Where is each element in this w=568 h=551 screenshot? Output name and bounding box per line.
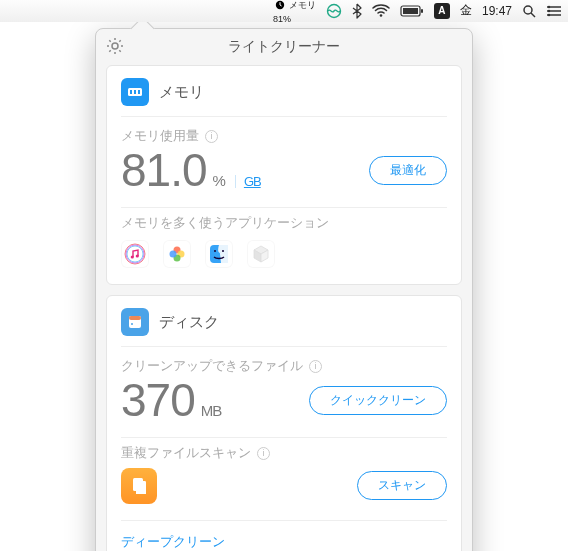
- memory-apps-label: メモリを多く使うアプリケーション: [121, 214, 329, 232]
- info-icon[interactable]: i: [309, 360, 322, 373]
- info-icon[interactable]: i: [257, 447, 270, 460]
- svg-point-31: [131, 255, 134, 258]
- memory-apps-row: [121, 234, 447, 270]
- svg-point-2: [380, 14, 383, 17]
- duplicate-section: 重複ファイルスキャン i スキャン: [107, 438, 461, 520]
- finder-icon[interactable]: [205, 240, 233, 268]
- popover-container: ライトクリーナー メモリ メモリ使用量 i 81.0 % GB: [95, 28, 473, 551]
- svg-line-20: [119, 50, 120, 51]
- light-cleaner-popover: ライトクリーナー メモリ メモリ使用量 i 81.0 % GB: [95, 28, 473, 551]
- svg-line-21: [109, 50, 110, 51]
- svg-line-22: [119, 40, 120, 41]
- scan-button[interactable]: スキャン: [357, 471, 447, 500]
- cleanable-value: 370 MB: [121, 377, 221, 423]
- memory-card: メモリ メモリ使用量 i 81.0 % GB 最適化: [106, 65, 462, 285]
- spotlight-icon[interactable]: [522, 4, 536, 18]
- svg-point-36: [170, 251, 177, 258]
- svg-rect-41: [129, 316, 141, 320]
- gb-toggle-link[interactable]: GB: [235, 175, 261, 188]
- memory-card-title: メモリ: [159, 83, 204, 102]
- svg-point-12: [548, 9, 550, 11]
- menubar-time[interactable]: 19:47: [482, 4, 512, 18]
- cleanable-label: クリーンアップできるファイル: [121, 357, 303, 375]
- svg-rect-24: [130, 90, 132, 94]
- svg-point-38: [214, 250, 216, 252]
- menubar-memory-percent: 81%: [273, 15, 291, 23]
- memory-value-unit: %: [213, 173, 225, 188]
- memory-value-number: 81.0: [121, 147, 207, 193]
- disk-icon: [121, 308, 149, 336]
- svg-point-13: [548, 13, 550, 15]
- photos-icon[interactable]: [163, 240, 191, 268]
- disk-cleanable-section: クリーンアップできるファイル i 370 MB クイッククリーン: [107, 347, 461, 437]
- bluetooth-icon[interactable]: [352, 3, 362, 19]
- menubar-memory-label: メモリ: [289, 1, 316, 9]
- menubar-day[interactable]: 金: [460, 2, 472, 19]
- duplicate-files-icon: [121, 468, 157, 504]
- popover-header: ライトクリーナー: [96, 29, 472, 65]
- svg-rect-5: [421, 9, 423, 13]
- wifi-icon[interactable]: [372, 4, 390, 18]
- svg-line-19: [109, 40, 110, 41]
- duplicate-label-row: 重複ファイルスキャン i: [121, 444, 447, 462]
- memory-icon: [121, 78, 149, 106]
- popover-title: ライトクリーナー: [228, 38, 340, 56]
- cleanable-label-row: クリーンアップできるファイル i: [121, 357, 447, 375]
- memory-card-header: メモリ: [107, 66, 461, 116]
- duplicate-label: 重複ファイルスキャン: [121, 444, 251, 462]
- memory-usage-section: メモリ使用量 i 81.0 % GB 最適化: [107, 117, 461, 207]
- cube-icon[interactable]: [247, 240, 275, 268]
- menubar-memory-indicator[interactable]: メモリ 81%: [273, 0, 316, 23]
- memory-usage-label-row: メモリ使用量 i: [121, 127, 447, 145]
- svg-rect-26: [138, 90, 140, 94]
- svg-point-6: [524, 6, 532, 14]
- memory-apps-section: メモリを多く使うアプリケーション: [107, 208, 461, 284]
- svg-point-39: [222, 250, 224, 252]
- svg-rect-4: [403, 8, 418, 14]
- disk-card: ディスク クリーンアップできるファイル i 370 MB クイッククリーン: [106, 295, 462, 551]
- disk-card-header: ディスク: [107, 296, 461, 346]
- itunes-icon[interactable]: [121, 240, 149, 268]
- svg-point-14: [112, 43, 118, 49]
- deep-clean-link[interactable]: ディープクリーン: [107, 521, 461, 551]
- notification-center-icon[interactable]: [546, 5, 562, 17]
- memory-usage-value: 81.0 % GB: [121, 147, 261, 193]
- settings-button[interactable]: [106, 37, 124, 58]
- svg-point-32: [136, 254, 139, 257]
- cleanable-unit: MB: [201, 403, 222, 418]
- disk-card-title: ディスク: [159, 313, 219, 332]
- clock-icon: [273, 0, 287, 12]
- menubar-globe-icon[interactable]: [326, 3, 342, 19]
- svg-point-42: [131, 323, 133, 325]
- optimize-button[interactable]: 最適化: [369, 156, 447, 185]
- svg-line-7: [531, 13, 535, 17]
- svg-rect-25: [134, 90, 136, 94]
- svg-point-11: [548, 5, 550, 7]
- cleanable-number: 370: [121, 377, 195, 423]
- quick-clean-button[interactable]: クイッククリーン: [309, 386, 447, 415]
- memory-usage-label: メモリ使用量: [121, 127, 199, 145]
- input-source-badge[interactable]: A: [434, 3, 450, 19]
- info-icon[interactable]: i: [205, 130, 218, 143]
- battery-icon[interactable]: [400, 5, 424, 17]
- menubar: メモリ 81% A 金 19:47: [0, 0, 568, 22]
